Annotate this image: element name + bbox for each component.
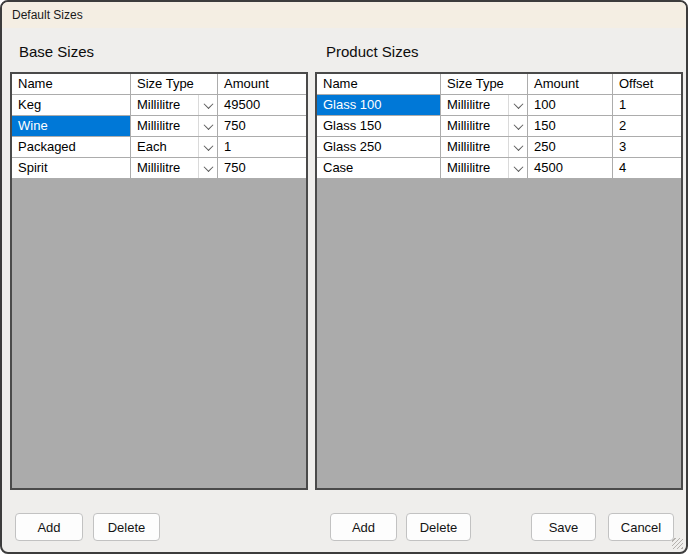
resize-grip-icon[interactable]: [672, 538, 683, 549]
chevron-down-icon[interactable]: [508, 116, 527, 136]
size-type-value: Millilitre: [131, 158, 198, 178]
size-type-dropdown[interactable]: Millilitre: [441, 137, 528, 158]
size-type-dropdown[interactable]: Millilitre: [441, 95, 528, 116]
product-delete-button[interactable]: Delete: [406, 513, 471, 541]
size-type-value: Millilitre: [441, 116, 508, 136]
chevron-down-icon[interactable]: [508, 158, 527, 178]
size-type-dropdown[interactable]: Each: [131, 137, 218, 158]
offset-cell[interactable]: 3: [613, 137, 681, 158]
size-type-value: Millilitre: [131, 95, 198, 115]
column-header-size-type[interactable]: Size Type: [441, 74, 528, 95]
table-row: Glass 150Millilitre1502: [317, 116, 681, 137]
product-sizes-label: Product Sizes: [326, 43, 419, 60]
chevron-down-icon[interactable]: [508, 95, 527, 115]
name-cell[interactable]: Case: [317, 158, 441, 179]
offset-cell[interactable]: 4: [613, 158, 681, 179]
name-cell[interactable]: Keg: [12, 95, 131, 116]
amount-cell[interactable]: 750: [218, 158, 306, 179]
header-row: NameSize TypeAmount: [12, 74, 306, 95]
chevron-down-icon[interactable]: [198, 137, 217, 157]
chevron-down-icon[interactable]: [198, 158, 217, 178]
chevron-down-icon[interactable]: [508, 137, 527, 157]
column-header-name[interactable]: Name: [317, 74, 441, 95]
base-delete-button[interactable]: Delete: [93, 513, 160, 541]
size-type-dropdown[interactable]: Millilitre: [441, 158, 528, 179]
base-add-button[interactable]: Add: [15, 513, 83, 541]
size-type-value: Each: [131, 137, 198, 157]
amount-cell[interactable]: 150: [528, 116, 613, 137]
default-sizes-window: Default Sizes Base Sizes Product Sizes N…: [0, 0, 688, 554]
save-button[interactable]: Save: [531, 513, 596, 541]
offset-cell[interactable]: 2: [613, 116, 681, 137]
column-header-amount[interactable]: Amount: [218, 74, 306, 95]
table-row: CaseMillilitre45004: [317, 158, 681, 179]
product-add-button[interactable]: Add: [330, 513, 397, 541]
window-title: Default Sizes: [12, 8, 83, 22]
table-row: PackagedEach1: [12, 137, 306, 158]
size-type-value: Millilitre: [441, 95, 508, 115]
amount-cell[interactable]: 100: [528, 95, 613, 116]
name-cell[interactable]: Glass 100: [317, 95, 441, 116]
header-row: NameSize TypeAmountOffset: [317, 74, 681, 95]
size-type-dropdown[interactable]: Millilitre: [131, 95, 218, 116]
column-header-amount[interactable]: Amount: [528, 74, 613, 95]
name-cell[interactable]: Glass 150: [317, 116, 441, 137]
table-row: WineMillilitre750: [12, 116, 306, 137]
chevron-down-icon[interactable]: [198, 95, 217, 115]
size-type-dropdown[interactable]: Millilitre: [131, 116, 218, 137]
size-type-value: Millilitre: [131, 116, 198, 136]
column-header-name[interactable]: Name: [12, 74, 131, 95]
product-sizes-grid: NameSize TypeAmountOffsetGlass 100Millil…: [315, 72, 683, 490]
name-cell[interactable]: Glass 250: [317, 137, 441, 158]
cancel-button[interactable]: Cancel: [608, 513, 674, 541]
table-row: Glass 250Millilitre2503: [317, 137, 681, 158]
table-row: SpiritMillilitre750: [12, 158, 306, 179]
amount-cell[interactable]: 250: [528, 137, 613, 158]
title-bar[interactable]: Default Sizes: [2, 2, 686, 28]
size-type-value: Millilitre: [441, 158, 508, 178]
name-cell[interactable]: Packaged: [12, 137, 131, 158]
base-sizes-grid: NameSize TypeAmountKegMillilitre49500Win…: [10, 72, 308, 490]
base-sizes-label: Base Sizes: [19, 43, 94, 60]
size-type-dropdown[interactable]: Millilitre: [131, 158, 218, 179]
column-header-offset[interactable]: Offset: [613, 74, 681, 95]
amount-cell[interactable]: 1: [218, 137, 306, 158]
amount-cell[interactable]: 49500: [218, 95, 306, 116]
column-header-size-type[interactable]: Size Type: [131, 74, 218, 95]
size-type-dropdown[interactable]: Millilitre: [441, 116, 528, 137]
chevron-down-icon[interactable]: [198, 116, 217, 136]
table-row: Glass 100Millilitre1001: [317, 95, 681, 116]
table-row: KegMillilitre49500: [12, 95, 306, 116]
amount-cell[interactable]: 750: [218, 116, 306, 137]
name-cell[interactable]: Wine: [12, 116, 131, 137]
amount-cell[interactable]: 4500: [528, 158, 613, 179]
name-cell[interactable]: Spirit: [12, 158, 131, 179]
size-type-value: Millilitre: [441, 137, 508, 157]
offset-cell[interactable]: 1: [613, 95, 681, 116]
